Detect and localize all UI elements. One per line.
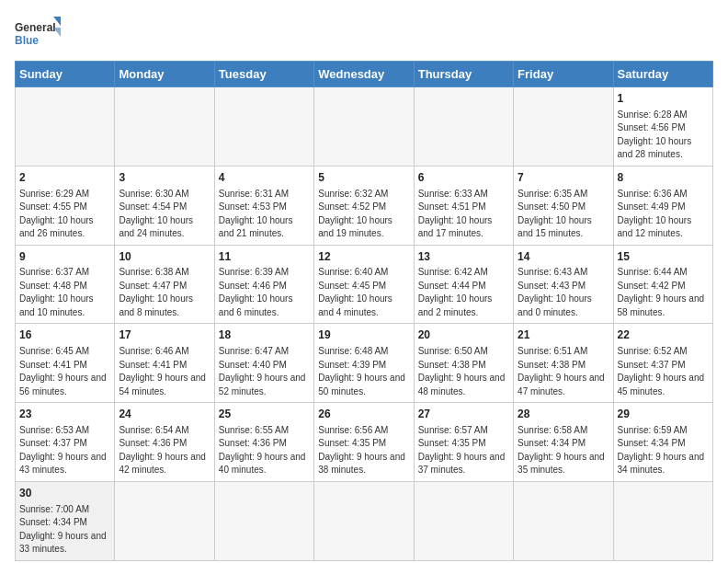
day-info: Sunrise: 6:33 AM Sunset: 4:51 PM Dayligh… (418, 188, 509, 241)
day-number: 5 (318, 170, 409, 186)
day-number: 15 (618, 249, 709, 265)
day-number: 28 (518, 407, 609, 422)
svg-text:General: General (15, 21, 56, 34)
day-info: Sunrise: 7:00 AM Sunset: 4:34 PM Dayligh… (19, 503, 110, 557)
day-number: 16 (19, 327, 110, 343)
day-number: 10 (119, 249, 210, 265)
calendar-cell: 27Sunrise: 6:57 AM Sunset: 4:35 PM Dayli… (414, 403, 513, 482)
calendar-cell: 13Sunrise: 6:42 AM Sunset: 4:44 PM Dayli… (414, 245, 513, 324)
calendar-cell (314, 87, 414, 167)
calendar-cell: 14Sunrise: 6:43 AM Sunset: 4:43 PM Dayli… (514, 245, 613, 324)
calendar-week-row: 16Sunrise: 6:45 AM Sunset: 4:41 PM Dayli… (16, 324, 713, 403)
calendar-cell: 26Sunrise: 6:56 AM Sunset: 4:35 PM Dayli… (314, 403, 414, 482)
day-info: Sunrise: 6:55 AM Sunset: 4:36 PM Dayligh… (219, 424, 310, 477)
calendar-cell: 9Sunrise: 6:37 AM Sunset: 4:48 PM Daylig… (16, 245, 115, 324)
calendar-cell (314, 481, 414, 560)
calendar-cell: 3Sunrise: 6:30 AM Sunset: 4:54 PM Daylig… (115, 166, 214, 245)
day-info: Sunrise: 6:58 AM Sunset: 4:34 PM Dayligh… (518, 424, 609, 477)
day-number: 25 (219, 407, 310, 422)
day-number: 2 (19, 170, 110, 186)
col-header-thursday: Thursday (414, 62, 513, 87)
day-number: 26 (318, 407, 409, 422)
calendar-week-row: 2Sunrise: 6:29 AM Sunset: 4:55 PM Daylig… (16, 166, 713, 245)
day-info: Sunrise: 6:36 AM Sunset: 4:49 PM Dayligh… (618, 188, 709, 241)
calendar-cell (214, 87, 313, 167)
calendar-cell: 24Sunrise: 6:54 AM Sunset: 4:36 PM Dayli… (115, 403, 214, 482)
day-info: Sunrise: 6:39 AM Sunset: 4:46 PM Dayligh… (219, 266, 310, 319)
col-header-wednesday: Wednesday (314, 62, 414, 87)
calendar-cell (514, 481, 613, 560)
day-info: Sunrise: 6:52 AM Sunset: 4:37 PM Dayligh… (618, 345, 709, 398)
day-number: 13 (418, 249, 509, 265)
calendar-table: SundayMondayTuesdayWednesdayThursdayFrid… (15, 61, 713, 561)
day-number: 8 (618, 170, 709, 186)
day-number: 22 (618, 327, 709, 343)
calendar-cell: 19Sunrise: 6:48 AM Sunset: 4:39 PM Dayli… (314, 324, 414, 403)
day-number: 7 (518, 170, 609, 186)
day-number: 27 (418, 407, 509, 422)
col-header-monday: Monday (115, 62, 214, 87)
calendar-cell: 17Sunrise: 6:46 AM Sunset: 4:41 PM Dayli… (115, 324, 214, 403)
day-info: Sunrise: 6:45 AM Sunset: 4:41 PM Dayligh… (19, 345, 110, 398)
day-info: Sunrise: 6:43 AM Sunset: 4:43 PM Dayligh… (518, 266, 609, 319)
calendar-cell: 21Sunrise: 6:51 AM Sunset: 4:38 PM Dayli… (514, 324, 613, 403)
calendar-cell: 22Sunrise: 6:52 AM Sunset: 4:37 PM Dayli… (613, 324, 712, 403)
day-info: Sunrise: 6:53 AM Sunset: 4:37 PM Dayligh… (19, 424, 110, 477)
calendar-cell: 10Sunrise: 6:38 AM Sunset: 4:47 PM Dayli… (115, 245, 214, 324)
day-number: 6 (418, 170, 509, 186)
day-number: 3 (119, 170, 210, 186)
day-info: Sunrise: 6:51 AM Sunset: 4:38 PM Dayligh… (518, 345, 609, 398)
day-info: Sunrise: 6:40 AM Sunset: 4:45 PM Dayligh… (318, 266, 409, 319)
calendar-cell: 29Sunrise: 6:59 AM Sunset: 4:34 PM Dayli… (613, 403, 712, 482)
calendar-cell: 6Sunrise: 6:33 AM Sunset: 4:51 PM Daylig… (414, 166, 513, 245)
logo: General Blue (15, 15, 61, 53)
day-info: Sunrise: 6:47 AM Sunset: 4:40 PM Dayligh… (219, 345, 310, 398)
day-info: Sunrise: 6:30 AM Sunset: 4:54 PM Dayligh… (119, 188, 210, 241)
day-number: 1 (618, 91, 709, 107)
day-info: Sunrise: 6:56 AM Sunset: 4:35 PM Dayligh… (318, 424, 409, 477)
day-info: Sunrise: 6:44 AM Sunset: 4:42 PM Dayligh… (618, 266, 709, 319)
day-number: 11 (219, 249, 310, 265)
calendar-cell: 23Sunrise: 6:53 AM Sunset: 4:37 PM Dayli… (16, 403, 115, 482)
day-info: Sunrise: 6:31 AM Sunset: 4:53 PM Dayligh… (219, 188, 310, 241)
day-number: 18 (219, 327, 310, 343)
calendar-cell: 18Sunrise: 6:47 AM Sunset: 4:40 PM Dayli… (214, 324, 313, 403)
calendar-cell: 1Sunrise: 6:28 AM Sunset: 4:56 PM Daylig… (613, 87, 712, 167)
calendar-cell: 16Sunrise: 6:45 AM Sunset: 4:41 PM Dayli… (16, 324, 115, 403)
day-info: Sunrise: 6:37 AM Sunset: 4:48 PM Dayligh… (19, 266, 110, 319)
calendar-cell (414, 481, 513, 560)
calendar-cell (613, 481, 712, 560)
day-info: Sunrise: 6:46 AM Sunset: 4:41 PM Dayligh… (119, 345, 210, 398)
calendar-week-row: 1Sunrise: 6:28 AM Sunset: 4:56 PM Daylig… (16, 87, 713, 167)
calendar-cell: 12Sunrise: 6:40 AM Sunset: 4:45 PM Dayli… (314, 245, 414, 324)
calendar-cell (115, 481, 214, 560)
calendar-cell: 8Sunrise: 6:36 AM Sunset: 4:49 PM Daylig… (613, 166, 712, 245)
day-number: 30 (19, 486, 110, 501)
calendar-cell (214, 481, 313, 560)
col-header-friday: Friday (514, 62, 613, 87)
col-header-saturday: Saturday (613, 62, 712, 87)
calendar-header-row: SundayMondayTuesdayWednesdayThursdayFrid… (16, 62, 713, 87)
col-header-sunday: Sunday (16, 62, 115, 87)
day-number: 14 (518, 249, 609, 265)
calendar-cell: 15Sunrise: 6:44 AM Sunset: 4:42 PM Dayli… (613, 245, 712, 324)
day-number: 29 (618, 407, 709, 422)
calendar-cell (16, 87, 115, 167)
day-number: 24 (119, 407, 210, 422)
col-header-tuesday: Tuesday (214, 62, 313, 87)
calendar-cell: 7Sunrise: 6:35 AM Sunset: 4:50 PM Daylig… (514, 166, 613, 245)
calendar-cell (514, 87, 613, 167)
day-info: Sunrise: 6:35 AM Sunset: 4:50 PM Dayligh… (518, 188, 609, 241)
calendar-week-row: 9Sunrise: 6:37 AM Sunset: 4:48 PM Daylig… (16, 245, 713, 324)
day-number: 19 (318, 327, 409, 343)
calendar-cell: 2Sunrise: 6:29 AM Sunset: 4:55 PM Daylig… (16, 166, 115, 245)
calendar-week-row: 30Sunrise: 7:00 AM Sunset: 4:34 PM Dayli… (16, 481, 713, 560)
logo-svg: General Blue (15, 15, 61, 53)
day-number: 20 (418, 327, 509, 343)
calendar-cell: 30Sunrise: 7:00 AM Sunset: 4:34 PM Dayli… (16, 481, 115, 560)
day-info: Sunrise: 6:28 AM Sunset: 4:56 PM Dayligh… (618, 109, 709, 162)
day-info: Sunrise: 6:29 AM Sunset: 4:55 PM Dayligh… (19, 188, 110, 241)
day-info: Sunrise: 6:50 AM Sunset: 4:38 PM Dayligh… (418, 345, 509, 398)
day-number: 21 (518, 327, 609, 343)
page-header: General Blue (15, 15, 713, 53)
